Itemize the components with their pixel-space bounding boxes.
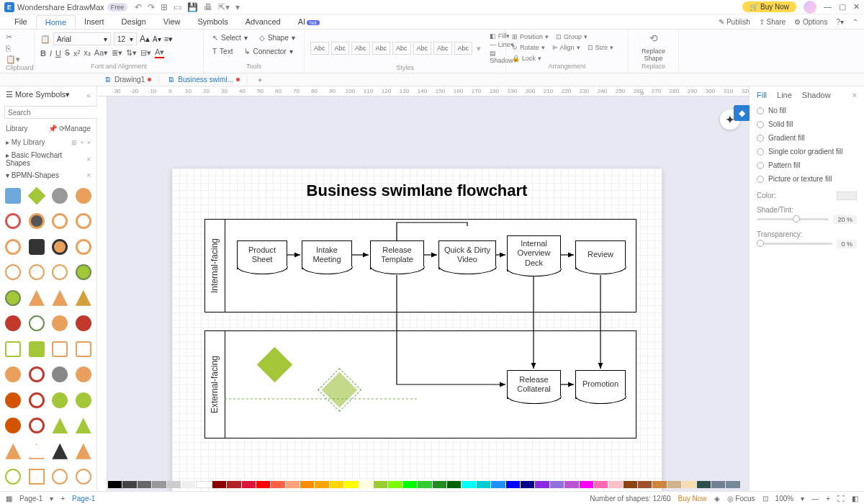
- shape-marker[interactable]: [76, 315, 91, 331]
- transparency-slider[interactable]: [757, 243, 832, 245]
- fill-picture[interactable]: Picture or texture fill: [757, 172, 857, 186]
- fit-icon[interactable]: ⊡: [762, 495, 768, 503]
- shape-token[interactable]: [29, 239, 45, 255]
- focus-button[interactable]: ◎ Focus: [727, 495, 755, 503]
- zoom-level[interactable]: 100%: [775, 495, 794, 503]
- close-lib-icon[interactable]: ×: [87, 139, 91, 146]
- node-release-collateral[interactable]: Release Collateral: [507, 370, 561, 399]
- spacing-icon[interactable]: ⇅▾: [126, 48, 137, 58]
- node-quick-dirty[interactable]: Quick & Dirty Video: [438, 240, 496, 269]
- add-tab[interactable]: ＋: [249, 73, 271, 86]
- position-menu[interactable]: ⊞ Position▾: [512, 33, 549, 40]
- options-button[interactable]: ⚙ Options: [794, 18, 827, 26]
- shape-token[interactable]: [52, 239, 68, 255]
- close-panel-icon[interactable]: ×: [852, 91, 857, 99]
- menu-ai[interactable]: AIhot: [289, 15, 328, 28]
- add-page-icon[interactable]: +: [60, 495, 65, 503]
- fill-gradient[interactable]: Gradient fill: [757, 131, 857, 145]
- superscript-icon[interactable]: x²: [73, 49, 80, 58]
- style-preset[interactable]: Abc: [433, 42, 452, 55]
- tab-business-swimlane[interactable]: 🗎Business swiml...: [161, 74, 248, 85]
- cut-icon[interactable]: ✂: [6, 32, 20, 42]
- menu-advanced[interactable]: Advanced: [237, 15, 289, 28]
- shape-note[interactable]: [5, 341, 21, 357]
- new-icon[interactable]: ⊞: [161, 2, 168, 12]
- menu-file[interactable]: File: [6, 15, 36, 28]
- pin-icon[interactable]: 📌: [48, 125, 57, 132]
- style-preset[interactable]: Abc: [331, 42, 350, 55]
- shape-marker[interactable]: [29, 315, 45, 331]
- page-list-icon[interactable]: ▦: [6, 495, 12, 503]
- connector-tool[interactable]: ↳ Connector▾: [241, 46, 295, 57]
- page-tab[interactable]: Page-1: [72, 495, 95, 503]
- user-avatar[interactable]: [804, 1, 816, 14]
- shape-rewind[interactable]: [5, 418, 21, 433]
- shape-ring[interactable]: [52, 213, 68, 229]
- new-lib-icon[interactable]: ⊞: [71, 139, 77, 146]
- status-buynow[interactable]: Buy Now: [678, 495, 707, 503]
- menu-design[interactable]: Design: [113, 15, 155, 28]
- style-preset[interactable]: Abc: [413, 42, 432, 55]
- copy-icon[interactable]: ⎘: [6, 44, 20, 53]
- shape-clock[interactable]: [52, 264, 68, 280]
- fontcolor-icon[interactable]: A▾: [155, 48, 164, 58]
- font-select[interactable]: Arial▾: [53, 32, 111, 45]
- page-menu-icon[interactable]: ▾: [50, 495, 53, 503]
- tab-drawing1[interactable]: 🗎Drawing1: [97, 74, 159, 85]
- fill-solid[interactable]: Solid fill: [757, 117, 857, 131]
- shape-up[interactable]: [52, 418, 68, 433]
- more-icon[interactable]: ▾: [235, 2, 240, 12]
- color-picker[interactable]: [837, 192, 857, 200]
- fullscreen-icon[interactable]: ⛶: [837, 495, 845, 503]
- style-preset[interactable]: Abc: [351, 42, 370, 55]
- shape-warn[interactable]: [52, 444, 68, 459]
- font-size-select[interactable]: 12▾: [114, 32, 137, 45]
- style-preset[interactable]: Abc: [392, 42, 411, 55]
- shape-warn[interactable]: [5, 444, 21, 459]
- node-promotion[interactable]: Promotion: [575, 370, 626, 399]
- layers-icon[interactable]: ◈: [714, 495, 720, 503]
- shape-ring[interactable]: [76, 213, 91, 229]
- format-tab-icon[interactable]: ◆: [734, 105, 750, 121]
- section-basic[interactable]: ▸ Basic Flowchart Shapes: [6, 151, 86, 167]
- style-preset[interactable]: Abc: [454, 42, 473, 55]
- fill-pattern[interactable]: Pattern fill: [757, 158, 857, 172]
- close-section-icon[interactable]: ×: [86, 171, 91, 179]
- valign-icon[interactable]: ⊟▾: [140, 48, 151, 58]
- shape-token[interactable]: [76, 239, 91, 255]
- lane-external[interactable]: External-facing: [204, 330, 636, 438]
- shade-value[interactable]: 20 %: [833, 215, 857, 224]
- collapse-panel-icon[interactable]: «: [86, 91, 91, 99]
- collapse-ribbon-icon[interactable]: ⌃: [852, 18, 858, 26]
- shape-tri[interactable]: [29, 290, 45, 306]
- shape-hex[interactable]: [76, 469, 91, 485]
- save-icon[interactable]: 💾: [187, 2, 198, 12]
- shape-badge[interactable]: [5, 290, 21, 306]
- menu-home[interactable]: Home: [36, 15, 76, 29]
- shape-circle[interactable]: [52, 188, 68, 204]
- shape-note[interactable]: [29, 341, 45, 357]
- redo-icon[interactable]: ↷: [148, 2, 155, 12]
- grow-font-icon[interactable]: A▴: [140, 34, 150, 44]
- quick-colors[interactable]: [108, 481, 740, 490]
- strike-icon[interactable]: S̶: [65, 48, 70, 58]
- underline-icon[interactable]: U: [55, 49, 61, 58]
- shape-hex[interactable]: [29, 469, 45, 485]
- zoom-in-icon[interactable]: +: [826, 495, 830, 503]
- italic-icon[interactable]: I: [50, 49, 52, 58]
- node-intake-meeting[interactable]: Intake Meeting: [302, 240, 352, 269]
- share-button[interactable]: ⇪ Share: [759, 18, 786, 26]
- group-menu[interactable]: ⊡ Group▾: [556, 33, 588, 40]
- node-product-sheet[interactable]: Product Sheet: [237, 240, 287, 269]
- replace-shape-button[interactable]: Replace Shape: [634, 48, 672, 63]
- node-release-template[interactable]: Release Template: [370, 240, 424, 269]
- shape-rewind[interactable]: [29, 418, 45, 433]
- shape-tool[interactable]: ◇ Shape▾: [256, 32, 298, 43]
- shape-hex[interactable]: [5, 469, 21, 485]
- shape-token[interactable]: [5, 239, 21, 255]
- style-preset[interactable]: Abc: [310, 42, 329, 55]
- shape-diamond[interactable]: [27, 186, 45, 204]
- shape-circle[interactable]: [76, 188, 91, 204]
- fill-single-gradient[interactable]: Single color gradient fill: [757, 145, 857, 158]
- fill-none[interactable]: No fill: [757, 104, 857, 117]
